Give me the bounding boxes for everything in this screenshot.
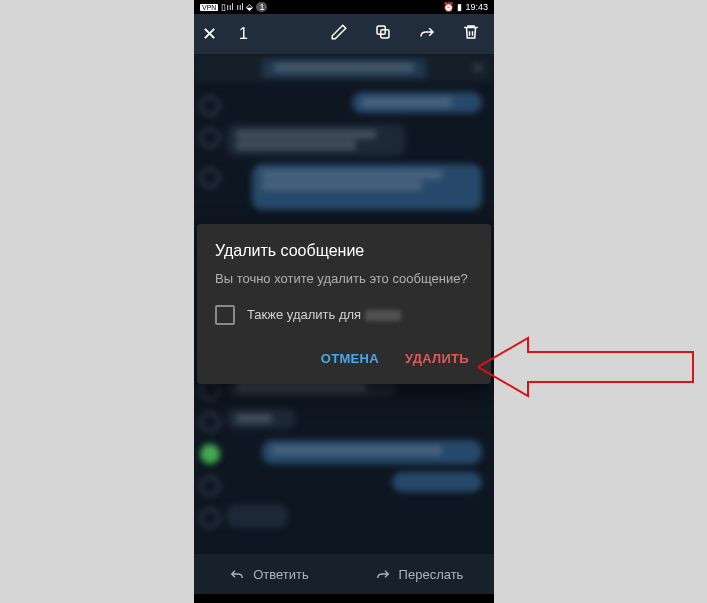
- selection-count: 1: [231, 25, 310, 43]
- close-selection-icon[interactable]: ✕: [202, 23, 217, 45]
- reply-button[interactable]: Ответить: [194, 566, 344, 582]
- signal2-icon: ııl: [236, 2, 243, 12]
- status-right: ⏰ ▮ 19:43: [443, 2, 488, 12]
- delete-button[interactable]: УДАЛИТЬ: [401, 345, 473, 372]
- copy-icon[interactable]: [368, 23, 398, 45]
- dialog-overlay: Удалить сообщение Вы точно хотите удалит…: [194, 54, 494, 554]
- selection-toolbar: ✕ 1: [194, 14, 494, 54]
- dialog-actions: ОТМЕНА УДАЛИТЬ: [215, 341, 473, 376]
- edit-icon[interactable]: [324, 23, 354, 45]
- status-left: VPN ▯ııl ııl ⬙ 1: [200, 2, 267, 12]
- notification-badge: 1: [256, 2, 267, 12]
- delete-icon[interactable]: [456, 23, 486, 45]
- forward-label: Переслать: [399, 567, 464, 582]
- also-delete-row[interactable]: Также удалить для: [215, 305, 473, 325]
- reply-label: Ответить: [253, 567, 309, 582]
- reply-icon: [229, 566, 245, 582]
- delete-message-dialog: Удалить сообщение Вы точно хотите удалит…: [197, 224, 491, 383]
- annotation-arrow: [478, 326, 700, 408]
- phone-screen: VPN ▯ııl ııl ⬙ 1 ⏰ ▮ 19:43 ✕ 1: [194, 0, 494, 603]
- forward-button[interactable]: Переслать: [344, 566, 494, 582]
- alarm-icon: ⏰: [443, 2, 454, 12]
- recipient-name-blurred: [365, 310, 401, 321]
- battery-icon: ▮: [457, 2, 462, 12]
- cancel-button[interactable]: ОТМЕНА: [317, 345, 383, 372]
- vpn-icon: VPN: [200, 4, 218, 11]
- android-nav-bar: [194, 594, 494, 603]
- also-delete-label: Также удалить для: [247, 307, 401, 322]
- clock: 19:43: [465, 2, 488, 12]
- dialog-body: Вы точно хотите удалить это сообщение?: [215, 270, 473, 288]
- forward-arrow-icon: [375, 566, 391, 582]
- status-bar: VPN ▯ııl ııl ⬙ 1 ⏰ ▮ 19:43: [194, 0, 494, 14]
- forward-icon[interactable]: [412, 23, 442, 45]
- dialog-title: Удалить сообщение: [215, 242, 473, 260]
- wifi-icon: ⬙: [246, 2, 253, 12]
- also-delete-checkbox[interactable]: [215, 305, 235, 325]
- bottom-action-bar: Ответить Переслать: [194, 554, 494, 594]
- signal-icon: ▯ııl: [221, 2, 233, 12]
- chat-area: ✕: [194, 54, 494, 554]
